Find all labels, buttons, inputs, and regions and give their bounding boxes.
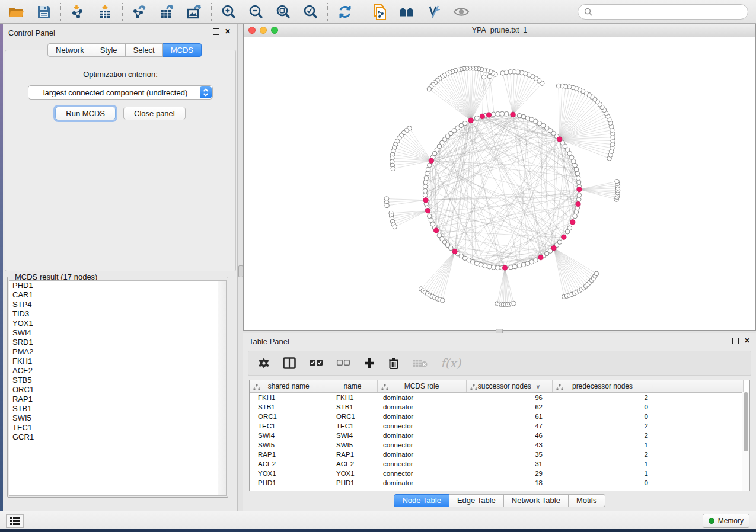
mcds-result-item[interactable]: PHD1 [9,281,226,290]
close-panel-icon[interactable]: ✕ [225,28,231,35]
mcds-result-item[interactable]: STB1 [9,404,226,414]
graph-node[interactable] [504,111,509,116]
graph-node[interactable] [534,258,538,262]
graph-node-mcds[interactable] [486,113,492,118]
close-table-panel-icon[interactable]: ✕ [744,338,750,344]
graph-node[interactable] [391,166,395,171]
graph-node[interactable] [427,86,432,91]
graph-node[interactable] [385,203,390,208]
graph-node[interactable] [509,265,513,270]
graph-node-mcds[interactable] [577,187,582,192]
search-field[interactable] [578,4,748,20]
mcds-result-item[interactable]: ORC1 [9,385,226,395]
delete-column-icon[interactable] [388,357,399,370]
table-row[interactable]: SWI4SWI4dominator462 [250,431,743,440]
graph-node-mcds[interactable] [557,137,562,142]
graph-node-mcds[interactable] [480,114,485,119]
graph-node[interactable] [474,116,479,120]
graph-node[interactable] [481,75,486,79]
split-view-icon[interactable] [283,357,296,369]
eye-icon[interactable] [453,4,470,20]
graph-node[interactable] [576,175,580,180]
mcds-result-item[interactable]: ACE2 [9,366,226,376]
graph-node[interactable] [512,301,516,306]
graph-node[interactable] [449,246,454,251]
graph-node[interactable] [441,298,445,303]
graph-node[interactable] [517,113,522,118]
export-table-icon[interactable] [159,4,176,20]
table-row[interactable]: TEC1TEC1connector472 [250,421,743,431]
tab-motifs[interactable]: Motifs [569,494,605,507]
graph-node[interactable] [496,111,500,116]
vertical-splitter[interactable] [237,24,243,511]
graph-node[interactable] [574,210,579,214]
column-header-name[interactable]: name [328,380,377,393]
graph-node-mcds[interactable] [429,158,434,164]
visibility-toggle-icon[interactable] [426,4,442,20]
network-window-titlebar[interactable]: YPA_prune.txt_1 [244,24,755,37]
tab-mcds[interactable]: MCDS [163,43,202,57]
graph-node[interactable] [576,180,581,185]
memory-button[interactable]: Memory [703,514,749,528]
refresh-icon[interactable] [337,4,353,20]
tab-network-table[interactable]: Network Table [504,494,569,507]
graph-node[interactable] [425,171,429,176]
tab-style[interactable]: Style [92,43,126,57]
close-panel-button[interactable]: Close panel [123,107,186,120]
mcds-result-item[interactable]: SWI5 [9,414,226,423]
graph-node[interactable] [487,74,492,79]
tab-select[interactable]: Select [126,43,163,57]
table-row[interactable]: FKH1FKH1dominator962 [250,393,743,403]
graph-node-mcds[interactable] [502,265,508,271]
export-network-icon[interactable] [132,4,148,20]
graph-node[interactable] [567,226,572,230]
graph-node[interactable] [574,167,579,172]
column-header-successor-nodes[interactable]: successor nodes∨ [466,380,552,393]
table-row[interactable]: ORC1ORC1dominator610 [250,412,743,421]
mcds-result-item[interactable]: TEC1 [9,423,226,432]
graph-node[interactable] [474,261,479,266]
network-canvas[interactable] [244,37,755,330]
search-input[interactable] [596,7,742,17]
graph-node[interactable] [427,163,432,168]
network-graph[interactable] [244,37,755,330]
graph-node[interactable] [577,193,582,197]
graph-node[interactable] [393,225,397,229]
graph-node[interactable] [426,167,430,172]
graph-node[interactable] [496,265,500,270]
import-network-icon[interactable] [70,4,87,20]
graph-node[interactable] [575,171,580,176]
tab-edge-table[interactable]: Edge Table [449,494,504,507]
graph-node[interactable] [500,111,505,116]
graph-node[interactable] [483,264,487,268]
graph-node[interactable] [423,180,428,185]
tab-node-table[interactable]: Node Table [394,494,449,507]
table-settings-icon[interactable] [258,357,270,369]
table-row[interactable]: ACE2ACE2connector311 [250,459,743,469]
graph-node[interactable] [521,114,526,119]
graph-node[interactable] [423,193,428,197]
deselect-all-icon[interactable] [336,359,350,367]
float-panel-icon[interactable] [213,28,219,35]
mcds-result-item[interactable]: TID3 [9,309,226,319]
graph-node[interactable] [487,264,492,269]
graph-node-mcds[interactable] [468,118,474,123]
export-image-icon[interactable] [186,4,203,20]
neighbors-icon[interactable] [398,4,415,20]
graph-node-mcds[interactable] [538,255,544,260]
run-mcds-button[interactable]: Run MCDS [55,107,116,120]
graph-node-mcds[interactable] [452,249,458,254]
mcds-result-item[interactable]: STP4 [9,300,226,309]
graph-node[interactable] [513,264,518,269]
tab-network[interactable]: Network [47,43,92,57]
graph-node[interactable] [492,112,496,117]
graph-node-mcds[interactable] [570,220,575,225]
mcds-result-item[interactable]: RAP1 [9,395,226,404]
criterion-select[interactable]: largest connected component (undirected) [28,85,213,100]
graph-node-mcds[interactable] [511,112,516,117]
graph-node-mcds[interactable] [576,201,581,207]
mcds-result-item[interactable]: STB5 [9,376,226,385]
vertical-splitter-handle[interactable] [238,265,243,277]
table-row[interactable]: YOX1YOX1connector291 [250,469,743,478]
mcds-result-item[interactable]: FKH1 [9,357,226,366]
